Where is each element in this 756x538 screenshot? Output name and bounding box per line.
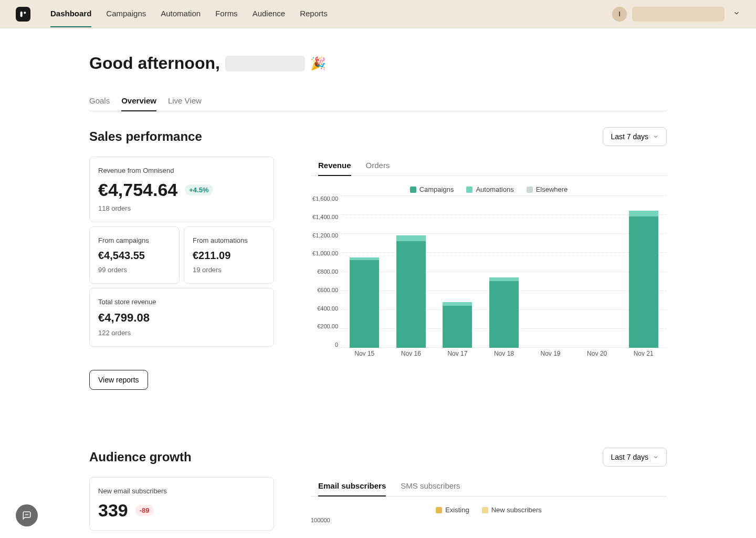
- card-total-store-revenue[interactable]: Total store revenue €4,799.08 122 orders: [89, 288, 274, 347]
- delta-up-badge: +4.5%: [185, 184, 213, 195]
- legend-swatch-campaigns: [410, 187, 416, 193]
- bar-nov-17[interactable]: [443, 302, 472, 348]
- card-from-campaigns[interactable]: From campaigns €4,543.55 99 orders: [89, 226, 180, 284]
- nav-audience[interactable]: Audience: [253, 9, 286, 27]
- svg-point-3: [27, 514, 27, 515]
- x-tick: Nov 15: [350, 350, 379, 364]
- card-new-email-subscribers[interactable]: New email subscribers 339 -89: [89, 477, 274, 531]
- party-popper-icon: 🎉: [310, 56, 326, 71]
- brand-logo[interactable]: [16, 7, 30, 22]
- svg-point-4: [28, 514, 28, 515]
- audience-chart-tabs: Email subscribers SMS subscribers: [311, 477, 667, 496]
- audience-legend: Existing New subscribers: [311, 501, 667, 516]
- card-orders: 19 orders: [193, 266, 265, 274]
- audience-range-select[interactable]: Last 7 days: [603, 448, 667, 467]
- x-tick: Nov 16: [396, 350, 426, 364]
- x-tick: Nov 20: [582, 350, 612, 364]
- logo-icon: [19, 10, 27, 18]
- avatar[interactable]: I: [612, 7, 627, 22]
- x-tick: Nov 19: [536, 350, 565, 364]
- card-label: New email subscribers: [98, 487, 265, 495]
- legend-label: Campaigns: [419, 185, 454, 193]
- chevron-down-icon: [653, 454, 659, 460]
- x-tick: Nov 21: [629, 350, 658, 364]
- sales-legend: Campaigns Automations Elsewhere: [311, 180, 667, 195]
- x-tick: Nov 17: [443, 350, 472, 364]
- legend-swatch-automations: [466, 187, 472, 193]
- card-from-automations[interactable]: From automations €211.09 19 orders: [184, 226, 274, 284]
- nav-automation[interactable]: Automation: [161, 9, 201, 27]
- chat-icon: [22, 511, 32, 520]
- legend-label: New subscribers: [491, 506, 542, 514]
- legend-label: Automations: [476, 185, 513, 193]
- card-label: From automations: [193, 236, 265, 244]
- nav-forms[interactable]: Forms: [215, 9, 238, 27]
- sales-title: Sales performance: [89, 129, 202, 144]
- store-select[interactable]: [632, 7, 724, 22]
- nav-campaigns[interactable]: Campaigns: [106, 9, 146, 27]
- legend-swatch-new: [482, 507, 488, 513]
- nav-dashboard[interactable]: Dashboard: [50, 9, 91, 27]
- chevron-down-icon: [653, 133, 659, 140]
- tab-goals[interactable]: Goals: [89, 96, 110, 111]
- card-value: 339: [98, 500, 128, 521]
- legend-swatch-elsewhere: [527, 187, 533, 193]
- audience-title: Audience growth: [89, 450, 192, 464]
- legend-swatch-existing: [436, 507, 442, 513]
- sales-range-select[interactable]: Last 7 days: [603, 127, 667, 146]
- tab-overview[interactable]: Overview: [121, 96, 156, 111]
- top-nav: Dashboard Campaigns Automation Forms Aud…: [50, 9, 328, 19]
- card-revenue-omnisend[interactable]: Revenue from Omnisend €4,754.64 +4.5% 11…: [89, 157, 274, 222]
- card-value: €211.09: [193, 250, 265, 262]
- store-chevron-icon[interactable]: [733, 9, 740, 19]
- sales-chart-tabs: Revenue Orders: [311, 157, 667, 176]
- greeting-text: Good afternoon,: [89, 54, 220, 73]
- bar-nov-21[interactable]: [629, 211, 658, 348]
- delta-down-badge: -89: [135, 505, 154, 516]
- card-label: Revenue from Omnisend: [98, 167, 265, 174]
- audience-y-max: 100000: [311, 517, 667, 523]
- bar-nov-15[interactable]: [350, 257, 379, 348]
- revenue-chart: €1,600.00€1,400.00€1,200.00€1,000.00€800…: [311, 195, 667, 364]
- card-value: €4,543.55: [98, 250, 171, 262]
- view-reports-button[interactable]: View reports: [89, 370, 148, 390]
- card-orders: 99 orders: [98, 266, 171, 274]
- card-orders: 118 orders: [98, 204, 265, 212]
- greeting: Good afternoon, 🎉: [89, 54, 667, 73]
- card-orders: 122 orders: [98, 329, 265, 337]
- chart-tab-email-subs[interactable]: Email subscribers: [318, 477, 386, 496]
- dashboard-subtabs: Goals Overview Live View: [89, 96, 667, 111]
- legend-label: Existing: [445, 506, 469, 514]
- audience-range-label: Last 7 days: [611, 453, 648, 461]
- svg-point-2: [25, 514, 26, 515]
- chart-tab-revenue[interactable]: Revenue: [318, 157, 351, 176]
- card-label: From campaigns: [98, 236, 171, 244]
- sales-range-label: Last 7 days: [611, 132, 648, 141]
- card-value: €4,799.08: [98, 311, 265, 325]
- bar-nov-18[interactable]: [489, 277, 519, 348]
- svg-point-1: [24, 12, 26, 14]
- nav-reports[interactable]: Reports: [300, 9, 328, 27]
- tab-live-view[interactable]: Live View: [168, 96, 202, 111]
- legend-label: Elsewhere: [536, 185, 568, 193]
- chart-tab-sms-subs[interactable]: SMS subscribers: [401, 477, 460, 496]
- bar-nov-16[interactable]: [396, 235, 426, 348]
- x-tick: Nov 18: [489, 350, 519, 364]
- card-value: €4,754.64: [98, 180, 177, 200]
- chart-tab-orders[interactable]: Orders: [366, 157, 390, 175]
- svg-rect-0: [20, 11, 23, 17]
- chat-fab[interactable]: [16, 504, 38, 526]
- greeting-name-placeholder: [225, 56, 305, 71]
- card-label: Total store revenue: [98, 298, 265, 306]
